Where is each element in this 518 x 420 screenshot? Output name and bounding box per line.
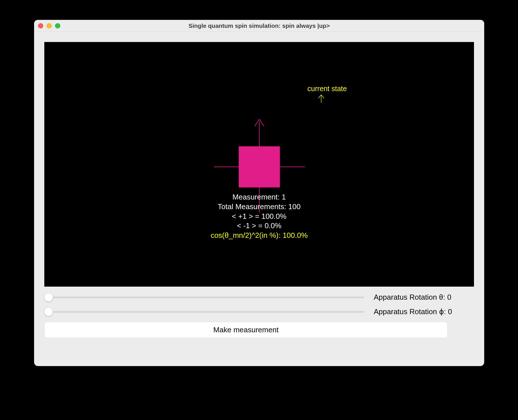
theta-label: Apparatus Rotation θ: 0 xyxy=(374,293,451,302)
zoom-icon[interactable] xyxy=(55,23,60,28)
plus-expectation: < +1 > = 100.0% xyxy=(211,212,308,221)
measurement-result: Measurement: 1 xyxy=(211,192,308,202)
slider-track xyxy=(48,311,364,313)
make-measurement-button[interactable]: Make measurement xyxy=(44,322,448,338)
window-content: current state Measurement: 1 Total Measu… xyxy=(34,32,484,344)
readout-block: Measurement: 1 Total Measurements: 100 <… xyxy=(211,192,308,240)
theta-slider[interactable] xyxy=(44,293,368,301)
apparatus-square-icon xyxy=(239,146,280,188)
window-controls xyxy=(38,20,60,32)
phi-slider[interactable] xyxy=(44,308,368,316)
minus-expectation: < -1 > = 0.0% xyxy=(211,221,308,231)
simulation-canvas: current state Measurement: 1 Total Measu… xyxy=(44,42,474,287)
phi-label: Apparatus Rotation ɸ: 0 xyxy=(374,307,452,316)
minimize-icon[interactable] xyxy=(47,23,52,28)
current-state-up-arrow-icon xyxy=(317,94,325,103)
slider-thumb-icon[interactable] xyxy=(44,308,53,316)
slider-thumb-icon[interactable] xyxy=(44,293,53,302)
apparatus-arrow-icon xyxy=(254,119,265,127)
phi-slider-row: Apparatus Rotation ɸ: 0 xyxy=(44,307,474,316)
controls-panel: Apparatus Rotation θ: 0 Apparatus Rotati… xyxy=(44,287,474,338)
theta-slider-row: Apparatus Rotation θ: 0 xyxy=(44,293,474,302)
titlebar: Single quantum spin simulation: spin alw… xyxy=(34,20,484,32)
theory-probability: cos(θ_mn/2)^2(in %): 100.0% xyxy=(211,231,308,240)
window-title: Single quantum spin simulation: spin alw… xyxy=(34,22,484,29)
slider-track xyxy=(48,297,364,298)
total-measurements: Total Measurements: 100 xyxy=(211,202,308,212)
app-window: Single quantum spin simulation: spin alw… xyxy=(34,20,484,366)
current-state-label: current state xyxy=(308,85,347,93)
close-icon[interactable] xyxy=(38,23,43,28)
